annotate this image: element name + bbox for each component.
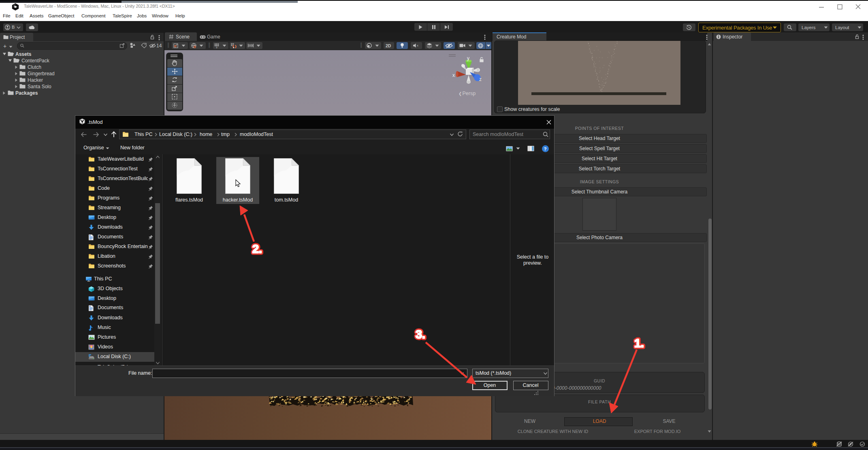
svg-text:1.: 1. xyxy=(634,337,644,350)
svg-text:3.: 3. xyxy=(416,328,425,341)
svg-text:2.: 2. xyxy=(252,242,262,255)
